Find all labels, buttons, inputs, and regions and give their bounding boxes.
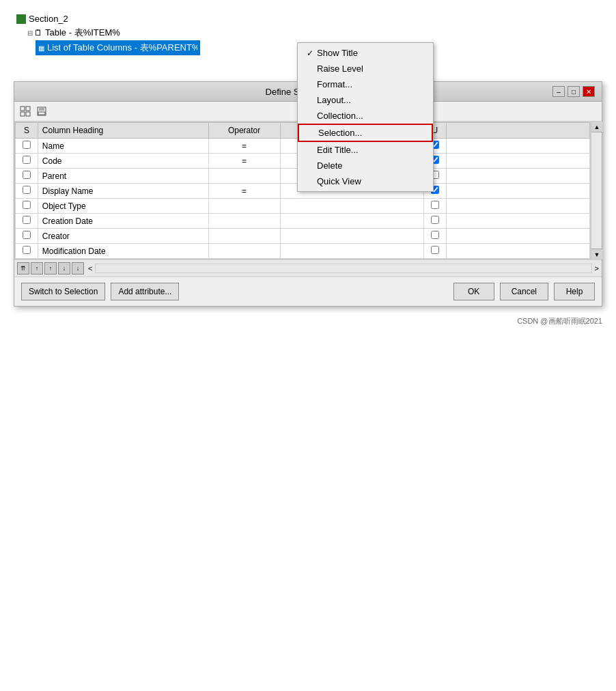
- toolbar-icon-2[interactable]: [35, 104, 48, 118]
- row-code-operator: =: [208, 154, 280, 169]
- checkbox-u-creationdate[interactable]: [431, 216, 439, 224]
- row-name-s[interactable]: [16, 139, 38, 154]
- row-creator-expression[interactable]: [280, 229, 423, 244]
- top-section: Section_2 ⊟ 🗒 Table - 表%ITEM% ▦ List of …: [0, 0, 616, 68]
- row-creationdate-column: Creation Date: [38, 214, 208, 229]
- row-code-s[interactable]: [16, 154, 38, 169]
- row-objecttype-column: Object Type: [38, 199, 208, 214]
- help-button[interactable]: Help: [554, 283, 595, 300]
- row-moddate-s[interactable]: [16, 244, 38, 259]
- row-creator-s[interactable]: [16, 229, 38, 244]
- checkbox-u-objecttype[interactable]: [431, 201, 439, 209]
- menu-layout[interactable]: Layout...: [298, 92, 433, 108]
- section2-icon: [16, 14, 26, 24]
- table-row: Object Type: [16, 199, 590, 214]
- nav-first-btn[interactable]: ⇈: [17, 262, 29, 274]
- menu-show-title-label: Show Title: [317, 48, 358, 58]
- menu-edit-title-label: Edit Title...: [317, 145, 359, 155]
- context-menu: ✓ Show Title Raise Level Format... Layou…: [297, 42, 434, 192]
- nav-arrows-row: ⇈ ↑ ↑ ↓ ↓ < >: [14, 259, 602, 277]
- checkbox-s-moddate[interactable]: [23, 246, 31, 254]
- svg-rect-3: [26, 112, 30, 116]
- row-name-operator: =: [208, 139, 280, 154]
- menu-quick-view[interactable]: Quick View: [298, 173, 433, 189]
- horizontal-scrollbar[interactable]: [95, 264, 591, 273]
- row-creationdate-expression[interactable]: [280, 214, 423, 229]
- expand-icon-table: ⊟: [27, 29, 33, 37]
- dialog-minimize-button[interactable]: –: [552, 86, 565, 97]
- tree-item-section2[interactable]: Section_2: [14, 12, 602, 25]
- row-displayname-extra: [446, 184, 589, 199]
- row-creationdate-u[interactable]: [423, 214, 446, 229]
- section2-label: Section_2: [29, 14, 68, 24]
- scroll-track: [591, 132, 602, 249]
- menu-selection-label: Selection...: [318, 128, 362, 138]
- menu-collection[interactable]: Collection...: [298, 108, 433, 124]
- row-moddate-u[interactable]: [423, 244, 446, 259]
- scroll-up-btn[interactable]: ▲: [591, 122, 602, 132]
- checkbox-s-parent[interactable]: [23, 171, 31, 179]
- table-row: Creator: [16, 229, 590, 244]
- row-creationdate-s[interactable]: [16, 214, 38, 229]
- toolbar-icon-1[interactable]: [18, 104, 32, 118]
- svg-rect-1: [26, 107, 30, 111]
- row-displayname-s[interactable]: [16, 184, 38, 199]
- svg-rect-6: [38, 112, 45, 115]
- checkbox-s-objecttype[interactable]: [23, 201, 31, 209]
- checkbox-s-creationdate[interactable]: [23, 216, 31, 224]
- table-label: Table - 表%ITEM%: [45, 27, 120, 39]
- row-code-extra: [446, 154, 589, 169]
- tree-item-table[interactable]: ⊟ 🗒 Table - 表%ITEM%: [25, 25, 602, 40]
- cancel-button[interactable]: Cancel: [500, 283, 548, 300]
- list-icon: ▦: [38, 44, 44, 52]
- table-row: Creation Date: [16, 214, 590, 229]
- row-code-column: Code: [38, 154, 208, 169]
- dialog-close-button[interactable]: ✕: [583, 86, 595, 97]
- dialog-actions: Switch to Selection Add attribute... OK …: [14, 277, 602, 306]
- menu-raise-level[interactable]: Raise Level: [298, 61, 433, 76]
- row-parent-extra: [446, 169, 589, 184]
- row-creator-u[interactable]: [423, 229, 446, 244]
- svg-rect-2: [20, 112, 25, 116]
- check-show-title: ✓: [303, 48, 317, 58]
- scroll-down-btn[interactable]: ▼: [591, 249, 602, 259]
- row-creator-extra: [446, 229, 589, 244]
- menu-edit-title[interactable]: Edit Title...: [298, 142, 433, 158]
- checkbox-u-moddate[interactable]: [431, 246, 439, 254]
- tree-item-list-columns[interactable]: ▦ List of Table Columns - 表%PARENT%: [36, 40, 200, 55]
- ok-button[interactable]: OK: [453, 283, 494, 300]
- row-creator-column: Creator: [38, 229, 208, 244]
- scrollbar[interactable]: ▲ ▼: [591, 122, 602, 259]
- checkbox-u-creator[interactable]: [431, 231, 439, 239]
- row-objecttype-s[interactable]: [16, 199, 38, 214]
- checkbox-s-creator[interactable]: [23, 231, 31, 239]
- menu-delete[interactable]: Delete: [298, 158, 433, 173]
- row-moddate-operator: [208, 244, 280, 259]
- row-objecttype-expression[interactable]: [280, 199, 423, 214]
- dialog-maximize-button[interactable]: □: [568, 86, 580, 97]
- table-icon: 🗒: [34, 28, 42, 38]
- checkbox-s-code[interactable]: [23, 156, 31, 164]
- menu-format[interactable]: Format...: [298, 76, 433, 92]
- switch-to-selection-button[interactable]: Switch to Selection: [21, 283, 105, 300]
- menu-show-title[interactable]: ✓ Show Title: [298, 45, 433, 61]
- nav-scroll-indicator: <: [88, 264, 92, 272]
- row-parent-s[interactable]: [16, 169, 38, 184]
- checkbox-s-displayname[interactable]: [23, 186, 31, 194]
- nav-up-btn[interactable]: ↑: [44, 262, 57, 274]
- row-objecttype-operator: [208, 199, 280, 214]
- row-creationdate-operator: [208, 214, 280, 229]
- col-header-extra: [446, 123, 589, 139]
- row-moddate-expression[interactable]: [280, 244, 423, 259]
- row-objecttype-u[interactable]: [423, 199, 446, 214]
- add-attribute-button[interactable]: Add attribute...: [111, 283, 179, 300]
- checkbox-s-name[interactable]: [23, 141, 31, 149]
- menu-selection[interactable]: Selection...: [298, 124, 433, 142]
- nav-up-top-btn[interactable]: ↑: [31, 262, 43, 274]
- nav-down-bottom-btn[interactable]: ↓: [72, 262, 84, 274]
- col-header-operator: Operator: [208, 123, 280, 139]
- nav-down-btn[interactable]: ↓: [58, 262, 70, 274]
- row-name-extra: [446, 139, 589, 154]
- watermark: CSDN @画船听雨眠2021: [0, 313, 616, 326]
- row-objecttype-extra: [446, 199, 589, 214]
